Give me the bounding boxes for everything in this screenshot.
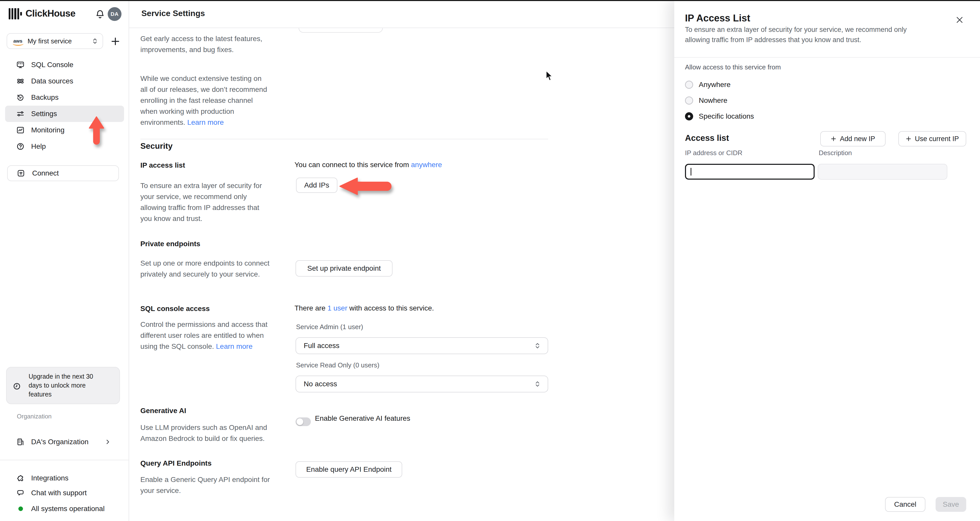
sidebar-item-settings[interactable]: Settings	[5, 106, 124, 122]
allow-access-label: Allow access to this service from	[685, 63, 781, 71]
sidebar: ClickHouse DA aws My first service	[0, 0, 129, 521]
plus-icon	[110, 36, 121, 46]
organization-name: DA's Organization	[31, 438, 89, 446]
plus-icon	[831, 136, 836, 141]
data-sources-icon	[16, 77, 24, 85]
settings-icon	[16, 110, 24, 118]
annotation-arrow-left	[338, 176, 395, 197]
clock-icon	[13, 382, 21, 390]
service-admin-label: Service Admin (1 user)	[296, 323, 363, 331]
window-top-edge	[0, 0, 980, 1]
cancel-button[interactable]: Cancel	[885, 497, 925, 512]
upgrade-notice-text: Upgrade in the next 30 days to unlock mo…	[29, 372, 93, 399]
add-service-button[interactable]	[110, 36, 121, 46]
service-admin-select[interactable]: Full access	[296, 337, 548, 354]
generative-ai-toggle[interactable]	[296, 418, 311, 426]
radio-circle-icon	[685, 97, 693, 105]
sql-console-icon	[16, 61, 24, 69]
radio-nowhere[interactable]: Nowhere	[685, 96, 727, 105]
sidebar-item-chat-support[interactable]: Chat with support	[5, 485, 124, 501]
aws-provider-icon: aws	[13, 38, 22, 44]
bell-icon	[95, 9, 105, 19]
query-api-description: Enable a Generic Query API endpoint for …	[140, 474, 293, 496]
enable-query-api-button[interactable]: Enable query API Endpoint	[296, 461, 402, 478]
radio-circle-icon	[685, 81, 693, 89]
private-endpoints-description: Set up one or more endpoints to connect …	[140, 258, 288, 280]
anywhere-link[interactable]: anywhere	[411, 161, 442, 168]
ip-access-description: To ensure an extra layer of security for…	[140, 180, 288, 224]
upgrade-notice[interactable]: Upgrade in the next 30 days to unlock mo…	[6, 367, 120, 404]
release-channel-paragraph-2: While we conduct extensive testing on al…	[140, 73, 288, 128]
service-readonly-label: Service Read Only (0 users)	[296, 361, 380, 369]
clickhouse-logo-icon	[9, 8, 22, 19]
plus-icon	[906, 136, 912, 141]
sidebar-item-data-sources[interactable]: Data sources	[5, 73, 124, 89]
section-divider	[140, 139, 548, 139]
service-selector-label: My first service	[27, 37, 92, 45]
status-green-dot-icon	[18, 507, 23, 511]
chevron-right-icon	[105, 439, 111, 445]
chevron-updown-icon	[92, 38, 97, 44]
integrations-label: Integrations	[31, 474, 68, 482]
one-user-link[interactable]: 1 user	[328, 304, 347, 312]
setup-private-endpoint-button[interactable]: Set up private endpoint	[296, 260, 393, 276]
chevron-updown-icon	[535, 381, 540, 387]
organization-switcher[interactable]: DA's Organization	[5, 434, 124, 450]
ip-address-input[interactable]	[685, 164, 815, 179]
add-ips-button[interactable]: Add IPs	[296, 178, 337, 193]
help-icon	[16, 142, 24, 151]
monitoring-icon	[16, 126, 24, 134]
sidebar-item-help[interactable]: Help	[5, 138, 124, 155]
sidebar-item-label: SQL Console	[31, 61, 73, 69]
close-button[interactable]	[954, 14, 965, 25]
radio-specific-locations[interactable]: Specific locations	[685, 112, 754, 121]
sidebar-item-label: Backups	[31, 94, 59, 102]
description-input[interactable]	[818, 164, 947, 179]
ip-address-label: IP address or CIDR	[685, 149, 742, 157]
radio-anywhere[interactable]: Anywhere	[685, 80, 731, 89]
toggle-knob	[297, 418, 303, 425]
use-current-ip-button[interactable]: Use current IP	[898, 131, 966, 146]
chat-support-label: Chat with support	[31, 489, 87, 497]
backups-icon	[16, 94, 24, 102]
service-readonly-select[interactable]: No access	[296, 376, 548, 392]
sidebar-item-integrations[interactable]: Integrations	[5, 470, 124, 486]
private-endpoints-label: Private endpoints	[140, 240, 200, 248]
sidebar-item-label: Settings	[31, 110, 57, 118]
service-readonly-value: No access	[304, 380, 337, 388]
annotation-arrow-up	[88, 116, 105, 145]
service-admin-value: Full access	[304, 342, 339, 350]
generative-ai-label: Generative AI	[140, 407, 186, 415]
learn-more-link[interactable]: Learn more	[216, 342, 252, 350]
connect-label: Connect	[32, 169, 59, 177]
radio-selected-icon	[685, 112, 693, 121]
connect-button[interactable]: Connect	[7, 165, 119, 181]
description-label: Description	[819, 149, 852, 157]
add-new-ip-button[interactable]: Add new IP	[820, 131, 886, 146]
puzzle-icon	[16, 474, 24, 482]
logo-wordmark: ClickHouse	[25, 8, 76, 19]
sql-access-status: There are 1 user with access to this ser…	[294, 304, 434, 312]
building-icon	[16, 438, 24, 446]
partial-scrolled-select[interactable]	[299, 28, 383, 33]
ip-access-status: You can connect to this service from any…	[294, 161, 442, 169]
learn-more-link[interactable]: Learn more	[187, 118, 224, 126]
sidebar-item-backups[interactable]: Backups	[5, 89, 124, 106]
access-list-heading: Access list	[685, 133, 729, 143]
sql-access-description: Control the permissions and access that …	[140, 319, 293, 352]
service-selector[interactable]: aws My first service	[6, 33, 103, 49]
page-title: Service Settings	[142, 9, 205, 18]
save-button[interactable]: Save	[935, 497, 966, 512]
sidebar-item-label: Help	[31, 142, 46, 151]
panel-divider	[674, 57, 980, 58]
generative-ai-description: Use LLM providers such as OpenAI and Ama…	[140, 422, 288, 444]
clickhouse-cloud-app: ClickHouse DA aws My first service	[0, 0, 980, 521]
sidebar-item-monitoring[interactable]: Monitoring	[5, 122, 124, 138]
avatar[interactable]: DA	[108, 7, 121, 21]
sidebar-item-sql-console[interactable]: SQL Console	[5, 57, 124, 73]
panel-description: To ensure an extra layer of security for…	[685, 24, 940, 45]
system-status[interactable]: All systems operational	[5, 500, 124, 517]
notifications-button[interactable]	[95, 9, 105, 19]
generative-ai-toggle-label: Enable Generative AI features	[315, 415, 410, 423]
chat-bubble-icon	[16, 489, 24, 497]
